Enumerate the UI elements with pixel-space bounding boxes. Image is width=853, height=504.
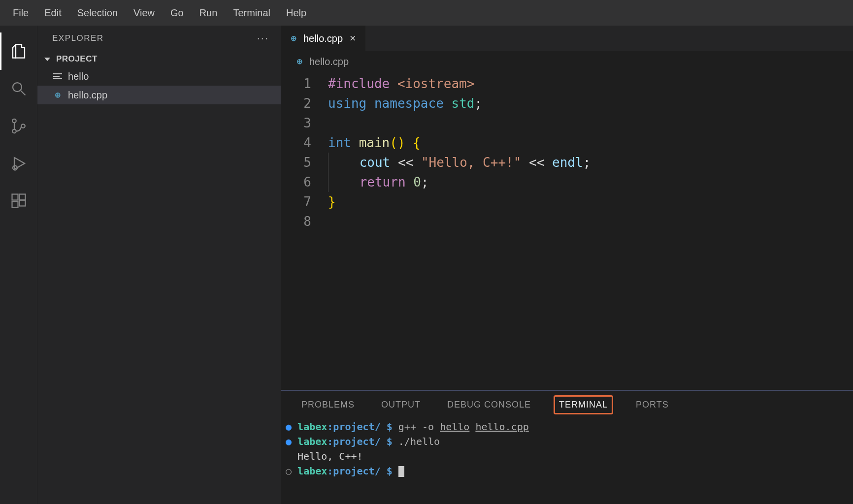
chevron-down-icon [44,58,50,61]
code-editor[interactable]: 12345678 #include <iostream>using namesp… [281,72,853,390]
terminal-cursor [398,466,404,477]
tab-label: hello.cpp [303,33,343,44]
code-line[interactable]: int main() { [328,133,853,153]
menu-view[interactable]: View [126,0,163,26]
editor-tab-hello-cpp[interactable]: ⊕ hello.cpp × [281,26,366,51]
text-file-icon [52,72,63,81]
sidebar-title: EXPLORER [52,33,104,43]
menu-go[interactable]: Go [163,0,192,26]
cpp-file-icon: ⊕ [52,90,63,100]
menu-selection[interactable]: Selection [69,0,126,26]
file-label: hello [68,71,89,82]
files-icon[interactable] [0,32,37,70]
menu-edit[interactable]: Edit [36,0,69,26]
svg-point-3 [12,129,16,133]
project-section-title: PROJECT [56,54,98,64]
terminal-line: ○ labex:project/ $ [286,464,848,478]
svg-rect-7 [12,194,18,200]
code-line[interactable] [328,212,853,231]
close-icon[interactable]: × [348,32,358,45]
menu-help[interactable]: Help [278,0,314,26]
terminal-content[interactable]: ● labex:project/ $ g++ -o hello hello.cp… [281,418,853,504]
source-control-icon[interactable] [0,107,37,145]
panel-tab-ports[interactable]: PORTS [632,397,673,413]
terminal-line: ● labex:project/ $ g++ -o hello hello.cp… [286,419,848,434]
breadcrumb-label: hello.cpp [309,56,349,67]
svg-rect-10 [19,200,25,206]
cpp-file-icon: ⊕ [289,33,298,43]
line-number: 6 [281,172,311,192]
sidebar-header: EXPLORER ··· [37,26,281,51]
code-line[interactable]: #include <iostream> [328,74,853,94]
code-line[interactable]: } [328,192,853,212]
line-number-gutter: 12345678 [281,74,328,390]
svg-line-1 [21,91,25,95]
cpp-file-icon: ⊕ [295,57,304,66]
search-icon[interactable] [0,70,37,107]
code-line[interactable] [328,113,853,133]
line-number: 2 [281,94,311,113]
line-number: 3 [281,113,311,133]
line-number: 5 [281,153,311,172]
menu-terminal[interactable]: Terminal [225,0,278,26]
line-number: 8 [281,212,311,231]
explorer-sidebar: EXPLORER ··· PROJECT hello⊕hello.cpp [37,26,281,504]
panel-tabs: PROBLEMSOUTPUTDEBUG CONSOLETERMINALPORTS [281,391,853,418]
more-horizontal-icon[interactable]: ··· [257,32,269,45]
file-item-hello-cpp[interactable]: ⊕hello.cpp [37,86,281,104]
svg-point-2 [12,119,16,123]
breadcrumb[interactable]: ⊕ hello.cpp [281,51,853,72]
panel-tab-output[interactable]: OUTPUT [377,397,425,413]
svg-rect-9 [12,202,18,208]
file-label: hello.cpp [68,90,107,101]
terminal-line: ● labex:project/ $ ./hello [286,434,848,449]
panel-tab-problems[interactable]: PROBLEMS [297,397,359,413]
line-number: 7 [281,192,311,212]
project-section-header[interactable]: PROJECT [37,51,281,67]
svg-marker-5 [14,158,25,169]
code-line[interactable]: return 0; [328,172,853,192]
terminal-line: Hello, C++! [286,449,848,464]
file-item-hello[interactable]: hello [37,67,281,86]
line-number: 4 [281,133,311,153]
menu-file[interactable]: File [5,0,36,26]
editor-area: ⊕ hello.cpp × ⊕ hello.cpp 12345678 #incl… [281,26,853,504]
svg-point-0 [13,83,22,92]
svg-rect-8 [19,194,25,200]
panel-tab-terminal[interactable]: TERMINAL [554,395,613,414]
bottom-panel: PROBLEMSOUTPUTDEBUG CONSOLETERMINALPORTS… [281,390,853,504]
code-content[interactable]: #include <iostream>using namespace std; … [328,74,853,390]
tab-bar: ⊕ hello.cpp × [281,26,853,51]
line-number: 1 [281,74,311,94]
menu-run[interactable]: Run [192,0,226,26]
code-line[interactable]: using namespace std; [328,94,853,113]
code-line[interactable]: cout << "Hello, C++!" << endl; [328,153,853,172]
run-debug-icon[interactable] [0,145,37,182]
extensions-icon[interactable] [0,182,37,220]
menubar: FileEditSelectionViewGoRunTerminalHelp [0,0,853,26]
activity-bar [0,26,37,504]
panel-tab-debug-console[interactable]: DEBUG CONSOLE [443,397,535,413]
